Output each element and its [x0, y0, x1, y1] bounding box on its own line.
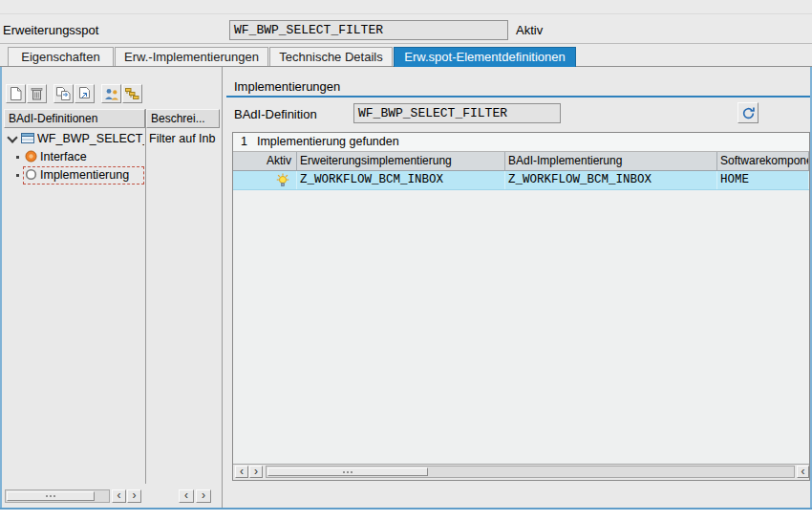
scrollbar-grip-icon	[347, 471, 349, 473]
tree-hscrollbar-track[interactable]	[5, 489, 110, 503]
implementation-icon	[25, 168, 37, 186]
tree-node-root[interactable]: WF_BWP_SELECT_FILTER Filter auf Inb	[4, 130, 220, 148]
header-area: Erweiterungsspot WF_BWP_SELECT_FILTER Ak…	[0, 0, 812, 44]
implementations-grid: 1 Implementierung gefunden Aktiv Erweite…	[232, 132, 810, 481]
tree-node-interface[interactable]: Interface	[4, 148, 220, 166]
hierarchy-button[interactable]	[122, 84, 142, 103]
frame-bottom	[0, 508, 812, 510]
cell-aktiv[interactable]	[233, 171, 297, 189]
tree-scroll-right-button[interactable]: ›	[127, 489, 141, 503]
hierarchy-icon	[125, 87, 139, 100]
implementations-title: Implementierungen	[234, 79, 340, 94]
badi-definition-field[interactable]: WF_BWP_SELECT_FILTER	[353, 103, 561, 123]
tree-desc-scroll-right-button[interactable]: ›	[196, 489, 211, 503]
tree-node-root-description: Filter auf Inb	[149, 130, 218, 148]
tree-bullet	[16, 156, 19, 159]
cell-softwarekomponente[interactable]: HOME	[717, 171, 809, 189]
delete-icon	[31, 87, 43, 100]
scroll-right-icon: ›	[202, 489, 205, 503]
tree-bullet	[16, 174, 19, 177]
result-bar: 1 Implementierung gefunden	[233, 133, 809, 152]
scrollbar-grip-icon	[50, 495, 52, 497]
tab-technische-details[interactable]: Technische Details	[269, 47, 393, 66]
users-button[interactable]	[101, 84, 121, 103]
panel-splitter[interactable]	[222, 67, 223, 508]
title-separator	[226, 96, 810, 98]
tree-node-root-label: WF_BWP_SELECT_FILTER	[37, 130, 144, 148]
delete-button[interactable]	[27, 84, 47, 103]
tree-node-interface-label: Interface	[40, 148, 141, 166]
cell-erweiterungsimplementierung[interactable]: Z_WORKFLOW_BCM_INBOX	[297, 171, 505, 189]
scroll-left-icon: ‹	[118, 489, 121, 503]
tab-erw-spot-elementdefinitionen[interactable]: Erw.spot-Elementdefinitionen	[394, 47, 576, 67]
copy-icon	[56, 87, 71, 100]
tab-eigenschaften[interactable]: Eigenschaften	[8, 47, 114, 66]
tree-node-implementierung-label: Implementierung	[40, 166, 141, 185]
table-row[interactable]: Z_WORKFLOW_BCM_INBOX Z_WORKFLOW_BCM_INBO…	[233, 171, 809, 190]
grid-hscrollbar: ‹ › ‹	[233, 464, 809, 480]
frame-left	[0, 67, 2, 510]
create-icon	[10, 87, 22, 100]
refresh-button[interactable]	[737, 102, 759, 123]
copy-button[interactable]	[53, 84, 74, 103]
badi-definition-label: BAdI-Definition	[234, 107, 317, 121]
grid-scroll-split-button[interactable]: ‹	[797, 466, 809, 478]
users-icon	[104, 88, 119, 100]
active-bulb-icon	[276, 173, 289, 187]
move-icon	[78, 87, 92, 100]
scroll-left-icon: ‹	[184, 489, 188, 503]
create-button[interactable]	[6, 84, 26, 103]
grid-hscrollbar-track[interactable]	[266, 466, 795, 478]
grid-scroll-right-button[interactable]: ›	[249, 466, 263, 478]
sap-gui-window: Erweiterungsspot WF_BWP_SELECT_FILTER Ak…	[0, 0, 812, 521]
column-header-badi-implementierung[interactable]: BAdI-Implementierung	[505, 152, 717, 170]
grid-empty-body	[233, 190, 809, 464]
tree-column-header-description[interactable]: Beschrei...	[146, 109, 220, 128]
grid-scroll-left-button[interactable]: ‹	[235, 466, 248, 478]
grid-hscrollbar-thumb[interactable]	[267, 467, 428, 476]
cell-badi-implementierung[interactable]: Z_WORKFLOW_BCM_INBOX	[505, 171, 717, 189]
grid-header-row: Aktiv Erweiterungsimplementierung BAdI-I…	[233, 152, 809, 171]
header-divider	[0, 13, 812, 14]
tree-column-header-definitions[interactable]: BAdI-Definitionen	[4, 109, 145, 128]
tab-erw-implementierungen[interactable]: Erw.-Implementierungen	[115, 47, 268, 66]
move-button[interactable]	[75, 84, 95, 103]
scroll-right-icon: ›	[254, 466, 258, 479]
column-header-aktiv[interactable]: Aktiv	[233, 152, 297, 170]
refresh-icon	[741, 106, 756, 120]
tree-desc-scroll-left-button[interactable]: ‹	[179, 489, 194, 503]
tree-hscrollbar-thumb[interactable]	[7, 491, 95, 501]
scroll-left-icon: ‹	[801, 466, 805, 479]
chevron-down-icon[interactable]	[7, 132, 17, 142]
column-header-softwarekomponente[interactable]: Softwarekomponente	[717, 152, 809, 170]
tree-scroll-left-button[interactable]: ‹	[112, 489, 126, 503]
result-text: Implementierung gefunden	[257, 133, 399, 151]
status-text: Aktiv	[516, 23, 543, 37]
tab-strip: Eigenschaften Erw.-Implementierungen Tec…	[0, 44, 812, 67]
enhancement-spot-field[interactable]: WF_BWP_SELECT_FILTER	[229, 20, 508, 40]
result-count: 1	[241, 133, 247, 151]
tree-node-implementierung[interactable]: Implementierung	[4, 166, 220, 185]
column-header-erweiterungsimplementierung[interactable]: Erweiterungsimplementierung	[297, 152, 505, 170]
scroll-left-icon: ‹	[240, 466, 244, 479]
enhancement-spot-label: Erweiterungsspot	[3, 23, 98, 37]
scroll-right-icon: ›	[133, 489, 137, 503]
